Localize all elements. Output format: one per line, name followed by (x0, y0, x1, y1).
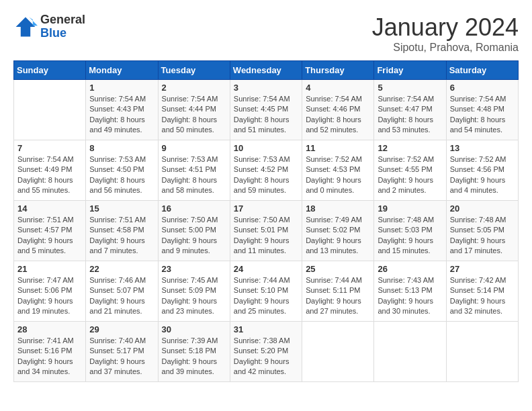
calendar-cell: 10Sunrise: 7:53 AM Sunset: 4:52 PM Dayli… (230, 140, 302, 201)
calendar-week-row: 14Sunrise: 7:51 AM Sunset: 4:57 PM Dayli… (14, 201, 519, 261)
day-number: 15 (89, 203, 154, 214)
calendar-cell: 26Sunrise: 7:43 AM Sunset: 5:13 PM Dayli… (374, 261, 446, 322)
calendar-week-row: 21Sunrise: 7:47 AM Sunset: 5:06 PM Dayli… (14, 261, 519, 322)
calendar-cell: 19Sunrise: 7:48 AM Sunset: 5:03 PM Dayli… (374, 201, 446, 261)
day-info: Sunrise: 7:44 AM Sunset: 5:10 PM Dayligh… (234, 275, 298, 317)
day-number: 3 (234, 83, 298, 93)
calendar-cell: 4Sunrise: 7:54 AM Sunset: 4:46 PM Daylig… (302, 80, 374, 140)
calendar-cell: 28Sunrise: 7:41 AM Sunset: 5:16 PM Dayli… (14, 322, 86, 382)
day-number: 21 (17, 264, 82, 274)
day-info: Sunrise: 7:48 AM Sunset: 5:05 PM Dayligh… (450, 215, 515, 257)
day-info: Sunrise: 7:45 AM Sunset: 5:09 PM Dayligh… (162, 275, 226, 317)
calendar-cell (14, 80, 86, 140)
calendar-cell: 17Sunrise: 7:50 AM Sunset: 5:01 PM Dayli… (230, 201, 302, 261)
calendar-cell (374, 322, 446, 382)
calendar-cell: 3Sunrise: 7:54 AM Sunset: 4:45 PM Daylig… (230, 80, 302, 140)
calendar-cell: 8Sunrise: 7:53 AM Sunset: 4:50 PM Daylig… (86, 140, 158, 201)
day-number: 24 (234, 264, 298, 274)
day-number: 2 (162, 83, 226, 93)
calendar-cell: 22Sunrise: 7:46 AM Sunset: 5:07 PM Dayli… (86, 261, 158, 322)
day-info: Sunrise: 7:50 AM Sunset: 5:00 PM Dayligh… (162, 215, 226, 257)
day-info: Sunrise: 7:54 AM Sunset: 4:43 PM Dayligh… (89, 94, 154, 136)
day-number: 20 (450, 203, 515, 214)
day-number: 30 (162, 324, 226, 334)
day-number: 25 (306, 264, 370, 274)
day-number: 31 (234, 324, 298, 334)
calendar-cell: 30Sunrise: 7:39 AM Sunset: 5:18 PM Dayli… (158, 322, 230, 382)
header-friday: Friday (374, 61, 446, 80)
day-number: 18 (306, 203, 370, 214)
day-info: Sunrise: 7:48 AM Sunset: 5:03 PM Dayligh… (378, 215, 442, 257)
calendar-cell: 11Sunrise: 7:52 AM Sunset: 4:53 PM Dayli… (302, 140, 374, 201)
day-info: Sunrise: 7:49 AM Sunset: 5:02 PM Dayligh… (306, 215, 370, 257)
day-info: Sunrise: 7:40 AM Sunset: 5:17 PM Dayligh… (89, 336, 154, 377)
day-info: Sunrise: 7:54 AM Sunset: 4:48 PM Dayligh… (450, 94, 515, 136)
calendar-cell: 31Sunrise: 7:38 AM Sunset: 5:20 PM Dayli… (230, 322, 302, 382)
day-info: Sunrise: 7:43 AM Sunset: 5:13 PM Dayligh… (378, 275, 442, 317)
day-number: 4 (306, 83, 370, 93)
day-number: 19 (378, 203, 442, 214)
day-info: Sunrise: 7:54 AM Sunset: 4:44 PM Dayligh… (162, 94, 226, 136)
location-subtitle: Sipotu, Prahova, Romania (372, 42, 519, 54)
day-info: Sunrise: 7:47 AM Sunset: 5:06 PM Dayligh… (17, 275, 82, 317)
calendar-cell: 29Sunrise: 7:40 AM Sunset: 5:17 PM Dayli… (86, 322, 158, 382)
calendar-cell: 21Sunrise: 7:47 AM Sunset: 5:06 PM Dayli… (14, 261, 86, 322)
day-info: Sunrise: 7:38 AM Sunset: 5:20 PM Dayligh… (234, 336, 298, 377)
day-number: 17 (234, 203, 298, 214)
calendar-cell: 7Sunrise: 7:54 AM Sunset: 4:49 PM Daylig… (14, 140, 86, 201)
calendar-cell: 15Sunrise: 7:51 AM Sunset: 4:58 PM Dayli… (86, 201, 158, 261)
day-number: 5 (378, 83, 442, 93)
day-number: 13 (450, 143, 515, 153)
day-info: Sunrise: 7:52 AM Sunset: 4:56 PM Dayligh… (450, 154, 515, 196)
calendar-cell (446, 322, 518, 382)
logo-general-text: General (40, 13, 85, 27)
calendar-cell: 5Sunrise: 7:54 AM Sunset: 4:47 PM Daylig… (374, 80, 446, 140)
day-info: Sunrise: 7:51 AM Sunset: 4:58 PM Dayligh… (89, 215, 154, 257)
calendar-cell: 9Sunrise: 7:53 AM Sunset: 4:51 PM Daylig… (158, 140, 230, 201)
header-thursday: Thursday (302, 61, 374, 80)
calendar-cell: 1Sunrise: 7:54 AM Sunset: 4:43 PM Daylig… (86, 80, 158, 140)
day-info: Sunrise: 7:53 AM Sunset: 4:52 PM Dayligh… (234, 154, 298, 196)
day-number: 27 (450, 264, 515, 274)
calendar-table: SundayMondayTuesdayWednesdayThursdayFrid… (13, 60, 519, 382)
title-section: January 2024 Sipotu, Prahova, Romania (372, 13, 519, 54)
calendar-week-row: 28Sunrise: 7:41 AM Sunset: 5:16 PM Dayli… (14, 322, 519, 382)
logo-icon (13, 15, 38, 39)
header-sunday: Sunday (14, 61, 86, 80)
day-number: 22 (89, 264, 154, 274)
day-info: Sunrise: 7:39 AM Sunset: 5:18 PM Dayligh… (162, 336, 226, 377)
day-number: 14 (17, 203, 82, 214)
day-info: Sunrise: 7:46 AM Sunset: 5:07 PM Dayligh… (89, 275, 154, 317)
day-info: Sunrise: 7:50 AM Sunset: 5:01 PM Dayligh… (234, 215, 298, 257)
calendar-cell: 20Sunrise: 7:48 AM Sunset: 5:05 PM Dayli… (446, 201, 518, 261)
calendar-cell: 12Sunrise: 7:52 AM Sunset: 4:55 PM Dayli… (374, 140, 446, 201)
day-number: 29 (89, 324, 154, 334)
calendar-cell: 14Sunrise: 7:51 AM Sunset: 4:57 PM Dayli… (14, 201, 86, 261)
day-info: Sunrise: 7:54 AM Sunset: 4:49 PM Dayligh… (17, 154, 82, 196)
day-info: Sunrise: 7:41 AM Sunset: 5:16 PM Dayligh… (17, 336, 82, 377)
calendar-week-row: 7Sunrise: 7:54 AM Sunset: 4:49 PM Daylig… (14, 140, 519, 201)
day-number: 23 (162, 264, 226, 274)
page-header: General Blue January 2024 Sipotu, Prahov… (13, 13, 519, 54)
calendar-week-row: 1Sunrise: 7:54 AM Sunset: 4:43 PM Daylig… (14, 80, 519, 140)
calendar-cell: 27Sunrise: 7:42 AM Sunset: 5:14 PM Dayli… (446, 261, 518, 322)
day-info: Sunrise: 7:52 AM Sunset: 4:53 PM Dayligh… (306, 154, 370, 196)
day-number: 8 (89, 143, 154, 153)
day-number: 26 (378, 264, 442, 274)
calendar-header-row: SundayMondayTuesdayWednesdayThursdayFrid… (14, 61, 519, 80)
day-number: 12 (378, 143, 442, 153)
logo-text: General Blue (40, 13, 85, 40)
day-number: 9 (162, 143, 226, 153)
day-number: 10 (234, 143, 298, 153)
day-info: Sunrise: 7:54 AM Sunset: 4:45 PM Dayligh… (234, 94, 298, 136)
header-saturday: Saturday (446, 61, 518, 80)
calendar-cell: 25Sunrise: 7:44 AM Sunset: 5:11 PM Dayli… (302, 261, 374, 322)
day-number: 16 (162, 203, 226, 214)
day-number: 28 (17, 324, 82, 334)
day-info: Sunrise: 7:54 AM Sunset: 4:46 PM Dayligh… (306, 94, 370, 136)
day-number: 7 (17, 143, 82, 153)
header-tuesday: Tuesday (158, 61, 230, 80)
day-info: Sunrise: 7:44 AM Sunset: 5:11 PM Dayligh… (306, 275, 370, 317)
logo-blue-text: Blue (40, 27, 85, 40)
day-info: Sunrise: 7:52 AM Sunset: 4:55 PM Dayligh… (378, 154, 442, 196)
